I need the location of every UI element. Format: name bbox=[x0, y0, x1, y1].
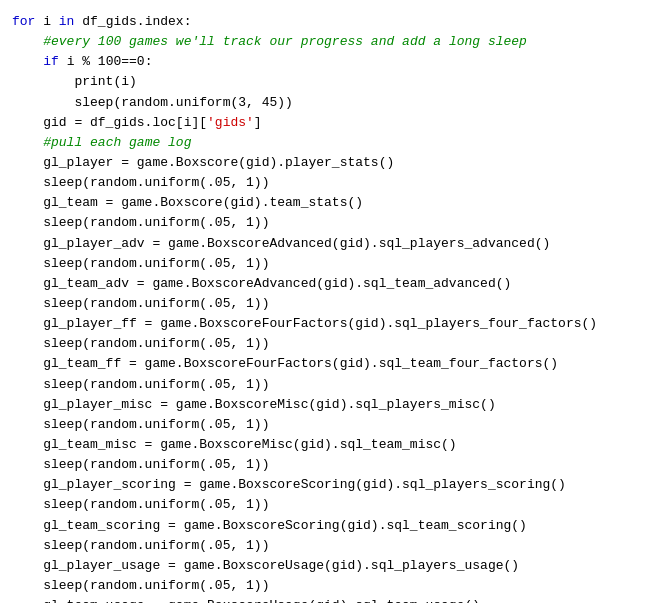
code-line-19: sleep(random.uniform(.05, 1)) bbox=[12, 375, 641, 395]
code-line-12: gl_player_adv = game.BoxscoreAdvanced(gi… bbox=[12, 234, 641, 254]
code-line-21: sleep(random.uniform(.05, 1)) bbox=[12, 415, 641, 435]
code-line-4: print(i) bbox=[12, 72, 641, 92]
code-line-28: gl_player_usage = game.BoxscoreUsage(gid… bbox=[12, 556, 641, 576]
code-line-6: gid = df_gids.loc[i]['gids'] bbox=[12, 113, 641, 133]
code-line-13: sleep(random.uniform(.05, 1)) bbox=[12, 254, 641, 274]
code-line-17: sleep(random.uniform(.05, 1)) bbox=[12, 334, 641, 354]
code-line-5: sleep(random.uniform(3, 45)) bbox=[12, 93, 641, 113]
code-line-22: gl_team_misc = game.BoxscoreMisc(gid).sq… bbox=[12, 435, 641, 455]
code-block: for i in df_gids.index: #every 100 games… bbox=[0, 8, 653, 603]
code-line-29: sleep(random.uniform(.05, 1)) bbox=[12, 576, 641, 596]
code-line-23: sleep(random.uniform(.05, 1)) bbox=[12, 455, 641, 475]
code-line-26: gl_team_scoring = game.BoxscoreScoring(g… bbox=[12, 516, 641, 536]
code-line-11: sleep(random.uniform(.05, 1)) bbox=[12, 213, 641, 233]
code-line-10: gl_team = game.Boxscore(gid).team_stats(… bbox=[12, 193, 641, 213]
code-line-30: gl_team_usage = game.BoxscoreUsage(gid).… bbox=[12, 596, 641, 603]
code-line-18: gl_team_ff = game.BoxscoreFourFactors(gi… bbox=[12, 354, 641, 374]
code-line-25: sleep(random.uniform(.05, 1)) bbox=[12, 495, 641, 515]
code-line-27: sleep(random.uniform(.05, 1)) bbox=[12, 536, 641, 556]
code-line-20: gl_player_misc = game.BoxscoreMisc(gid).… bbox=[12, 395, 641, 415]
code-line-7: #pull each game log bbox=[12, 133, 641, 153]
code-line-15: sleep(random.uniform(.05, 1)) bbox=[12, 294, 641, 314]
code-line-14: gl_team_adv = game.BoxscoreAdvanced(gid)… bbox=[12, 274, 641, 294]
code-line-16: gl_player_ff = game.BoxscoreFourFactors(… bbox=[12, 314, 641, 334]
code-container: for i in df_gids.index: #every 100 games… bbox=[0, 0, 653, 603]
code-line-3: if i % 100==0: bbox=[12, 52, 641, 72]
code-line-9: sleep(random.uniform(.05, 1)) bbox=[12, 173, 641, 193]
code-line-8: gl_player = game.Boxscore(gid).player_st… bbox=[12, 153, 641, 173]
code-line-24: gl_player_scoring = game.BoxscoreScoring… bbox=[12, 475, 641, 495]
code-line-1: for i in df_gids.index: bbox=[12, 12, 641, 32]
code-line-2: #every 100 games we'll track our progres… bbox=[12, 32, 641, 52]
